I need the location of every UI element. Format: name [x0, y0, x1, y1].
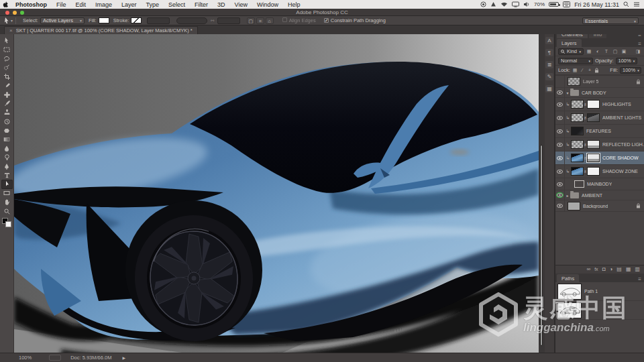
eraser-tool[interactable]	[1, 126, 13, 135]
layers-panel-menu-icon[interactable]: ≡	[638, 41, 644, 47]
layer-row-ambient-lights[interactable]: ↳ 8 AMBIENT LIGHTS	[555, 111, 644, 125]
document-canvas[interactable]	[14, 34, 539, 353]
stroke-width-field[interactable]	[147, 17, 170, 24]
brush-tool[interactable]	[1, 99, 13, 108]
visibility-toggle[interactable]	[555, 200, 565, 211]
group-expand-triangle[interactable]: ▾	[565, 90, 570, 95]
layer-row-reflected-lights[interactable]: ↳ 8 REFLECTED LIGH...	[555, 138, 644, 152]
lock-pixels-icon[interactable]: ∕	[580, 68, 585, 72]
layer-row-car-body-group[interactable]: ▾ CAR BODY	[555, 88, 644, 98]
layer-thumbnail[interactable]	[571, 154, 584, 162]
align-edges-checkbox[interactable]	[282, 17, 287, 22]
layer-mask-thumbnail[interactable]	[587, 100, 600, 109]
tab-layers[interactable]: Layers	[557, 39, 582, 47]
fill-field[interactable]: 100% ▾	[620, 67, 641, 74]
glyphs-panel-icon[interactable]: ≣	[545, 61, 553, 68]
path-selection-tool[interactable]	[1, 180, 13, 188]
menu-item-window[interactable]: Window	[252, 1, 283, 8]
layer-row-layer5[interactable]: Layer 5	[555, 76, 644, 88]
filter-shape-layers-icon[interactable]: ▢	[612, 49, 619, 54]
visibility-toggle[interactable]	[555, 165, 565, 178]
move-tool[interactable]	[1, 36, 13, 45]
menu-item-select[interactable]: Select	[164, 1, 190, 8]
layer-row-background[interactable]: Background	[555, 200, 644, 212]
path-thumbnail[interactable]	[557, 302, 582, 318]
close-document-icon[interactable]: ×	[9, 27, 13, 34]
path-row-1[interactable]: Path 1	[555, 282, 644, 301]
vector-mask-thumbnail[interactable]	[574, 180, 584, 188]
display-icon[interactable]	[512, 1, 519, 7]
crop-tool[interactable]	[1, 72, 13, 81]
battery-icon[interactable]	[549, 2, 559, 7]
filter-type-layers-icon[interactable]: T	[603, 49, 610, 54]
visibility-toggle[interactable]	[555, 152, 565, 164]
layer-style-fx-icon[interactable]: fx	[594, 265, 598, 274]
layer-mask-thumbnail[interactable]	[587, 113, 600, 122]
visibility-toggle[interactable]	[555, 88, 565, 97]
adjustment-layer-icon[interactable]: ◑	[609, 265, 612, 274]
layer-row-highlights[interactable]: ↳ 8 HIGHLIGHTS	[555, 98, 644, 111]
wifi-icon[interactable]	[500, 1, 508, 7]
path-arrangement-button[interactable]: ⌂	[266, 17, 274, 24]
menu-item-view[interactable]: View	[230, 1, 252, 8]
menu-item-help[interactable]: Help	[283, 1, 305, 8]
layer-thumbnail[interactable]	[571, 140, 584, 149]
quick-selection-tool[interactable]	[1, 63, 13, 72]
layer-mask-thumbnail[interactable]	[587, 167, 600, 176]
menu-item-file[interactable]: File	[52, 1, 71, 8]
menu-item-edit[interactable]: Edit	[71, 1, 91, 8]
lock-transparency-icon[interactable]: ▦	[572, 68, 578, 73]
history-brush-tool[interactable]	[1, 117, 13, 126]
spotlight-search-icon[interactable]	[623, 1, 629, 7]
menu-extra-icon[interactable]	[490, 1, 496, 7]
shape-height-field[interactable]	[217, 17, 240, 24]
visibility-toggle[interactable]	[555, 111, 565, 124]
path-alignment-button[interactable]: ≡	[256, 17, 264, 24]
fill-swatch[interactable]	[99, 17, 109, 23]
marquee-tool[interactable]	[1, 45, 13, 54]
delete-layer-icon[interactable]: ▥	[635, 265, 640, 274]
menu-item-3d[interactable]: 3D	[213, 1, 230, 8]
new-group-icon[interactable]: ▤	[616, 265, 622, 274]
shape-width-field[interactable]	[176, 17, 207, 24]
document-tab[interactable]: × SKT | QUARTER 000 17.tif @ 100% (CORE …	[4, 26, 198, 34]
type-tool[interactable]	[1, 171, 13, 180]
filter-pixel-layers-icon[interactable]: ▦	[586, 49, 592, 54]
healing-brush-tool[interactable]	[1, 90, 13, 99]
visibility-toggle[interactable]	[555, 138, 565, 151]
gradient-tool[interactable]	[1, 135, 13, 143]
opacity-field[interactable]: 100% ▾	[616, 58, 637, 64]
hand-tool[interactable]	[1, 198, 13, 206]
scrollbar-thumb[interactable]	[540, 145, 543, 346]
volume-icon[interactable]	[523, 1, 530, 7]
paragraph-panel-icon[interactable]: ¶	[545, 49, 553, 56]
lasso-tool[interactable]	[1, 54, 13, 63]
menu-bar-clock[interactable]: Fri 26 May 11:31	[574, 1, 619, 8]
zoom-tool[interactable]	[1, 206, 13, 215]
tab-paths[interactable]: Paths	[557, 274, 579, 282]
canvas-scrollbar[interactable]	[539, 34, 545, 353]
workspace-switcher-dropdown[interactable]: Essentials ▾	[582, 17, 639, 24]
visibility-toggle[interactable]	[555, 178, 565, 190]
filter-kind-dropdown[interactable]: Kind ▾	[558, 48, 584, 55]
clone-source-panel-icon[interactable]: ▦	[545, 85, 553, 93]
filter-adjustment-layers-icon[interactable]: ◐	[594, 49, 601, 54]
layer-row-ambient-group[interactable]: ▸ AMBIENT	[555, 190, 644, 200]
foreground-background-swatches[interactable]	[2, 218, 11, 227]
apple-menu-icon[interactable]	[0, 1, 11, 9]
dodge-tool[interactable]	[1, 153, 13, 162]
path-operations-button[interactable]: ▢	[247, 17, 255, 24]
lock-position-icon[interactable]: +	[587, 68, 592, 72]
filter-toggle-icon[interactable]: ◨	[635, 49, 641, 54]
menu-item-layer[interactable]: Layer	[117, 1, 142, 8]
eyedropper-tool[interactable]	[1, 81, 13, 90]
layer-thumbnail[interactable]	[571, 113, 584, 122]
menu-item-photoshop[interactable]: Photoshop	[11, 1, 52, 8]
blend-mode-dropdown[interactable]: Normal ▾	[558, 58, 593, 64]
path-thumbnail[interactable]	[557, 284, 582, 300]
pen-tool[interactable]	[1, 162, 13, 170]
path-row-2[interactable]	[555, 301, 644, 320]
constrain-path-checkbox[interactable]: ✓	[324, 18, 329, 23]
zoom-level-field[interactable]: 100%	[19, 355, 32, 361]
layer-thumbnail[interactable]	[571, 127, 584, 135]
